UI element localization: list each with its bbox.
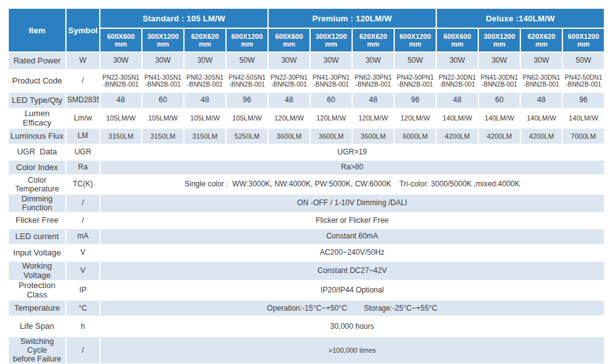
cell-merged-value: Flicker or Flicker Free bbox=[100, 213, 604, 228]
cell-value: 140LM/W bbox=[521, 109, 562, 127]
cell-value: 48 bbox=[353, 93, 394, 108]
cell-merged-value: >100,000 times bbox=[100, 337, 604, 363]
cell-value: 96 bbox=[227, 93, 267, 108]
cell-value: 105LM/W bbox=[227, 109, 267, 127]
cell-value: 30W bbox=[311, 53, 352, 69]
row-label: UGR Data bbox=[9, 145, 65, 159]
row-symbol: IP bbox=[67, 281, 99, 299]
cell-value: 30W bbox=[521, 53, 562, 69]
cell-value: 4200LM bbox=[521, 129, 562, 144]
cell-value: 96 bbox=[395, 93, 436, 108]
cell-value: 3150LM bbox=[142, 129, 183, 144]
cell-value: 4200LM bbox=[479, 129, 520, 144]
row-symbol: Lm/w bbox=[67, 109, 99, 127]
cell-value: 140LM/W bbox=[479, 109, 520, 127]
cell-value: 60 bbox=[311, 93, 352, 108]
cell-value: PN41-30PN1 -BNN2B-001 bbox=[311, 70, 352, 92]
cell-merged-value: Operation:-15°C~+50°C Storage:-25°C~+55°… bbox=[100, 301, 604, 316]
cell-value: PN62-30PN1 -BNN2B-001 bbox=[353, 70, 394, 92]
size-header: 600X1200 mm bbox=[563, 29, 604, 51]
row-dimming: Dimming Function / ON -OFF / 1-10V Dimmi… bbox=[9, 195, 604, 212]
cell-value: 6000LM bbox=[395, 129, 436, 144]
cell-value: 50W bbox=[395, 53, 436, 69]
size-header: 600X1200 mm bbox=[227, 29, 267, 51]
row-symbol: mA bbox=[67, 229, 99, 244]
cell-value: PN42-50DN1 -BNN2B-001 bbox=[563, 70, 604, 92]
row-label: Color Index bbox=[9, 161, 65, 174]
cell-value: 5250LM bbox=[227, 129, 267, 144]
cell-value: PN22-30DN1 -BNN2B-001 bbox=[437, 70, 478, 92]
cell-value: 105LM/W bbox=[142, 109, 183, 127]
cell-value: 3600LM bbox=[269, 129, 309, 144]
cell-value: 48 bbox=[269, 93, 309, 108]
row-temperature: Temperature °C Operation:-15°C~+50°C Sto… bbox=[9, 301, 604, 316]
cell-value: 7000LM bbox=[563, 129, 604, 144]
row-label: Working Voltage bbox=[9, 262, 65, 280]
row-label: Dimming Function bbox=[9, 195, 65, 212]
cell-value: 3600LM bbox=[311, 129, 352, 144]
row-ugr: UGR Data UGR UGR>19 bbox=[9, 145, 604, 159]
row-label: Lumen Efficacy bbox=[9, 109, 65, 127]
row-life-span: Life Span h 30,000 hours bbox=[9, 317, 604, 336]
cell-value: PN62-30DN1 -BNN2B-001 bbox=[521, 70, 562, 92]
row-symbol: V bbox=[67, 245, 99, 260]
cell-value: 30W bbox=[142, 53, 183, 69]
col-header-symbol: Symbol bbox=[67, 9, 99, 51]
row-label: LED current bbox=[9, 229, 65, 244]
size-header: 620X620 mm bbox=[521, 29, 562, 51]
size-header: 300X1200 mm bbox=[142, 29, 183, 51]
cell-value: 30W bbox=[269, 53, 309, 69]
cell-value: 120LM/W bbox=[311, 109, 352, 127]
row-symbol: °C bbox=[67, 301, 99, 316]
row-label: Product Code bbox=[9, 70, 65, 92]
cell-value: 50W bbox=[227, 53, 267, 69]
cell-value: PN41-30DN1 -BNN2B-001 bbox=[479, 70, 520, 92]
cell-value: 4200LM bbox=[437, 129, 478, 144]
row-label: Life Span bbox=[9, 317, 65, 336]
row-rated-power: Rated Power W 30W 30W 30W 50W 30W 30W 30… bbox=[9, 53, 604, 69]
row-symbol: / bbox=[67, 195, 99, 212]
cell-value: 140LM/W bbox=[437, 109, 478, 127]
size-header: 300X1200 mm bbox=[479, 29, 520, 51]
group-header-premium: Premium : 120LM/W bbox=[269, 9, 436, 28]
cell-value: 3150LM bbox=[185, 129, 225, 144]
cell-value: 48 bbox=[100, 93, 141, 108]
size-header: 600X600 mm bbox=[269, 29, 309, 51]
row-product-code: Product Code / PN22-30SN1 -BNN2B-001 PN4… bbox=[9, 70, 604, 92]
cell-value: 120LM/W bbox=[269, 109, 309, 127]
cell-value: 3150LM bbox=[100, 129, 141, 144]
cell-value: 30W bbox=[100, 53, 141, 69]
row-label: Rated Power bbox=[9, 53, 65, 69]
row-label: Flicker Free bbox=[9, 213, 65, 228]
row-label: Input Voltage bbox=[9, 245, 65, 260]
row-symbol: LM bbox=[67, 129, 99, 144]
cell-merged-value: Single color : WW:3000K, NW:4000K, PW:50… bbox=[100, 176, 604, 193]
group-header-deluxe: Deluxe :140LM/W bbox=[437, 9, 604, 28]
row-working-voltage: Working Voltage V Constant DC27~42V bbox=[9, 262, 604, 280]
row-label: LED Type/Qty bbox=[9, 93, 65, 108]
row-label: Temperature bbox=[9, 301, 65, 316]
cell-value: 48 bbox=[185, 93, 225, 108]
row-color-index: Color Index Ra Ra>80 bbox=[9, 161, 604, 174]
cell-merged-value: ON -OFF / 1-10V Dimming /DALI bbox=[100, 195, 604, 212]
row-symbol: UGR bbox=[67, 145, 99, 159]
row-flicker: Flicker Free / Flicker or Flicker Free bbox=[9, 213, 604, 228]
row-symbol: TC(K) bbox=[67, 176, 99, 193]
cell-value: 105LM/W bbox=[185, 109, 225, 127]
cell-value: 30W bbox=[479, 53, 520, 69]
row-protection-class: Protection Class IP IP20/IP44 Optional bbox=[9, 281, 604, 299]
row-symbol: V bbox=[67, 262, 99, 280]
led-panel-spec-table: Item Symbol Standard : 105 LM/W Premium … bbox=[8, 8, 605, 364]
row-led-type: LED Type/Qty SMD2835 48 60 48 96 48 60 4… bbox=[9, 93, 604, 108]
cell-value: PN62-30SN1 -BNN2B-001 bbox=[185, 70, 225, 92]
group-header-standard: Standard : 105 LM/W bbox=[100, 9, 267, 28]
cell-value: 30W bbox=[185, 53, 225, 69]
row-symbol: / bbox=[67, 337, 99, 363]
row-symbol: h bbox=[67, 317, 99, 336]
cell-value: PN41-30SN1 -BNN2B-001 bbox=[142, 70, 183, 92]
cell-value: 30W bbox=[353, 53, 394, 69]
cell-value: PN42-50PN1 -BNN2B-001 bbox=[395, 70, 436, 92]
header-row-groups: Item Symbol Standard : 105 LM/W Premium … bbox=[9, 9, 604, 28]
row-luminous-flux: Luminous Flux LM 3150LM 3150LM 3150LM 52… bbox=[9, 129, 604, 144]
cell-value: 60 bbox=[479, 93, 520, 108]
